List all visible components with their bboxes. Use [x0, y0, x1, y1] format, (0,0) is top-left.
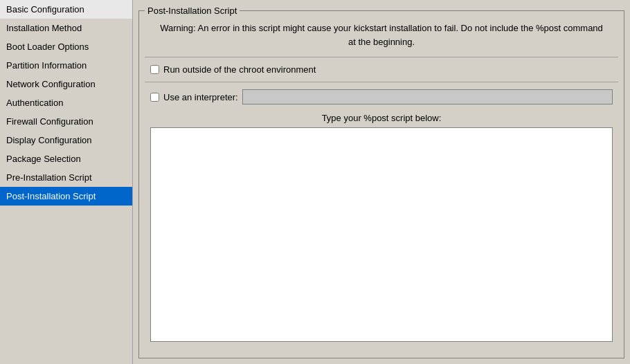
sidebar-item-network-configuration[interactable]: Network Configuration: [0, 75, 132, 93]
sidebar-item-installation-method[interactable]: Installation Method: [0, 19, 132, 37]
sidebar-item-basic-configuration[interactable]: Basic Configuration: [0, 0, 132, 19]
interpreter-checkbox[interactable]: [150, 93, 159, 102]
post-installation-panel: Post-Installation Script Warning: An err…: [138, 6, 624, 358]
post-script-textarea[interactable]: [150, 127, 613, 342]
interpreter-label: Use an interpreter:: [163, 92, 238, 102]
sidebar: Basic ConfigurationInstallation MethodBo…: [0, 0, 133, 364]
interpreter-input[interactable]: [242, 89, 613, 104]
panel-title: Post-Installation Script: [145, 6, 240, 16]
sidebar-item-firewall-configuration[interactable]: Firewall Configuration: [0, 112, 132, 131]
sidebar-item-partition-information[interactable]: Partition Information: [0, 56, 132, 75]
outside-chroot-row: Run outside of the chroot environment: [145, 60, 618, 79]
main-content: Post-Installation Script Warning: An err…: [133, 0, 630, 364]
outside-chroot-label: Run outside of the chroot environment: [163, 64, 316, 75]
sidebar-item-authentication[interactable]: Authentication: [0, 93, 132, 112]
script-label: Type your %post script below:: [145, 109, 618, 127]
outside-chroot-checkbox[interactable]: [150, 65, 159, 74]
sidebar-item-boot-loader-options[interactable]: Boot Loader Options: [0, 37, 132, 56]
sidebar-item-package-selection[interactable]: Package Selection: [0, 149, 132, 168]
divider-1: [145, 57, 618, 57]
sidebar-item-pre-installation-script[interactable]: Pre-Installation Script: [0, 168, 132, 187]
divider-2: [145, 82, 618, 82]
interpreter-row: Use an interpreter:: [145, 85, 618, 109]
sidebar-item-post-installation-script[interactable]: Post-Installation Script: [0, 187, 132, 206]
warning-text: Warning: An error in this script might c…: [145, 16, 618, 54]
sidebar-item-display-configuration[interactable]: Display Configuration: [0, 131, 132, 149]
